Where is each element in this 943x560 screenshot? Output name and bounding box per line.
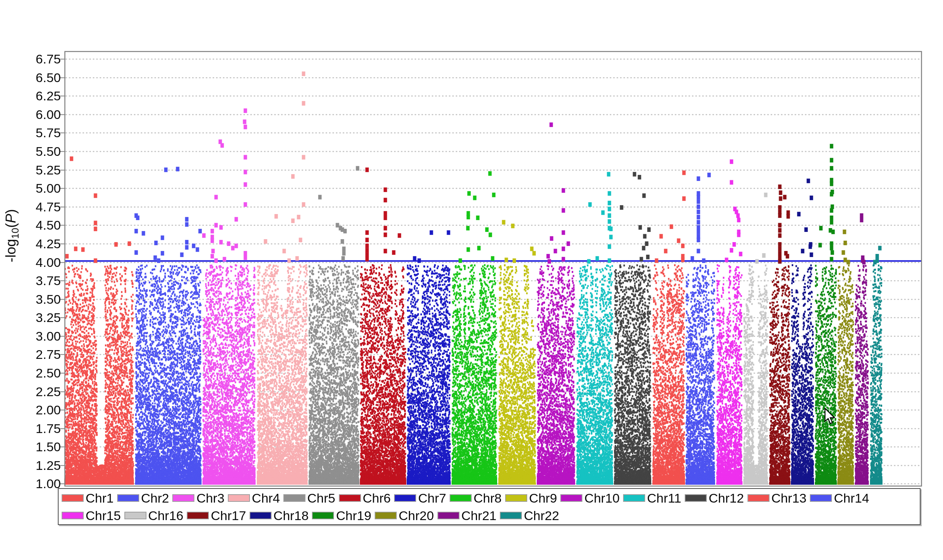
legend-swatch-chr2 bbox=[117, 494, 139, 502]
legend-swatch-chr17 bbox=[187, 512, 209, 519]
legend-swatch-chr7 bbox=[394, 494, 416, 502]
y-tick-label: 3.50 bbox=[17, 292, 61, 306]
legend-label-chr18: Chr18 bbox=[274, 508, 309, 523]
y-tick-label: 3.75 bbox=[17, 274, 61, 287]
manhattan-plot-figure: 6.756.506.256.005.755.505.255.004.754.50… bbox=[0, 0, 943, 560]
legend-swatch-chr3 bbox=[172, 494, 194, 502]
y-tick-label: 5.75 bbox=[17, 126, 61, 140]
y-tick-label: 5.50 bbox=[17, 144, 61, 158]
legend-box: Chr1Chr2Chr3Chr4Chr5Chr6Chr7Chr8Chr9Chr1… bbox=[58, 488, 921, 525]
y-tick-label: 1.75 bbox=[17, 422, 61, 435]
y-tick-label: 1.25 bbox=[17, 458, 61, 472]
legend-swatch-chr6 bbox=[339, 494, 361, 502]
legend-label-chr17: Chr17 bbox=[211, 508, 246, 523]
legend-item-chr13: Chr13 bbox=[747, 490, 807, 506]
y-tick-label: 2.75 bbox=[17, 347, 61, 361]
y-axis-title-prefix: -log bbox=[3, 239, 19, 262]
legend-label-chr6: Chr6 bbox=[363, 490, 391, 506]
legend-swatch-chr5 bbox=[283, 494, 305, 502]
legend-swatch-chr16 bbox=[124, 512, 146, 519]
legend-label-chr3: Chr3 bbox=[196, 490, 224, 506]
y-axis-title-paren-open: ( bbox=[3, 223, 19, 228]
legend-label-chr12: Chr12 bbox=[709, 490, 744, 506]
legend-label-chr5: Chr5 bbox=[307, 490, 336, 506]
legend-label-chr13: Chr13 bbox=[771, 490, 807, 506]
legend-item-chr7: Chr7 bbox=[394, 490, 446, 506]
legend-label-chr2: Chr2 bbox=[141, 490, 169, 506]
legend-label-chr1: Chr1 bbox=[86, 490, 114, 506]
legend-label-chr7: Chr7 bbox=[418, 490, 446, 506]
legend-item-chr19: Chr19 bbox=[312, 508, 371, 523]
legend-swatch-chr13 bbox=[747, 494, 770, 502]
y-tick-label: 4.25 bbox=[17, 237, 61, 251]
legend-swatch-chr15 bbox=[62, 512, 84, 519]
legend-item-chr18: Chr18 bbox=[250, 508, 309, 523]
y-tick-label: 6.50 bbox=[17, 71, 61, 84]
legend-label-chr21: Chr21 bbox=[461, 508, 497, 523]
legend-swatch-chr22 bbox=[500, 512, 522, 519]
legend-swatch-chr20 bbox=[375, 512, 397, 519]
y-tick-label: 1.50 bbox=[17, 440, 61, 454]
y-tick-label: 5.00 bbox=[17, 181, 61, 195]
y-tick-label: 6.25 bbox=[17, 89, 61, 103]
legend-item-chr9: Chr9 bbox=[505, 490, 557, 506]
y-tick-label: 2.00 bbox=[17, 403, 61, 417]
legend-item-chr12: Chr12 bbox=[685, 490, 744, 506]
legend-swatch-chr1 bbox=[62, 494, 84, 502]
legend-label-chr11: Chr11 bbox=[647, 490, 681, 506]
legend-item-chr8: Chr8 bbox=[450, 490, 502, 506]
y-tick-label: 2.50 bbox=[17, 366, 61, 380]
legend-label-chr16: Chr16 bbox=[148, 508, 184, 523]
legend-item-chr10: Chr10 bbox=[560, 490, 620, 506]
legend-row-1: Chr1Chr2Chr3Chr4Chr5Chr6Chr7Chr8Chr9Chr1… bbox=[62, 489, 920, 507]
legend-label-chr4: Chr4 bbox=[252, 490, 280, 506]
legend-swatch-chr10 bbox=[560, 494, 582, 502]
legend-swatch-chr9 bbox=[505, 494, 527, 502]
y-tick-label: 2.25 bbox=[17, 385, 61, 398]
y-axis-title-paren-close: ) bbox=[3, 209, 19, 214]
legend-item-chr16: Chr16 bbox=[124, 508, 184, 523]
legend-item-chr1: Chr1 bbox=[62, 490, 114, 506]
legend-swatch-chr8 bbox=[450, 494, 472, 502]
legend-item-chr20: Chr20 bbox=[375, 508, 434, 523]
legend-label-chr10: Chr10 bbox=[584, 490, 620, 506]
legend-label-chr19: Chr19 bbox=[336, 508, 371, 523]
y-tick-label: 6.75 bbox=[17, 52, 61, 66]
legend-swatch-chr19 bbox=[312, 512, 334, 519]
legend-swatch-chr21 bbox=[437, 512, 460, 519]
y-tick-label: 4.00 bbox=[17, 255, 61, 269]
y-tick-label: 6.00 bbox=[17, 108, 61, 121]
y-axis-title-subscript: 10 bbox=[10, 228, 21, 239]
legend-item-chr22: Chr22 bbox=[500, 508, 559, 523]
legend-item-chr6: Chr6 bbox=[339, 490, 391, 506]
legend-label-chr8: Chr8 bbox=[474, 490, 502, 506]
y-tick-label: 3.00 bbox=[17, 329, 61, 343]
plot-canvas[interactable] bbox=[0, 0, 943, 560]
y-tick-label: 4.50 bbox=[17, 218, 61, 232]
legend-item-chr3: Chr3 bbox=[172, 490, 224, 506]
legend-label-chr14: Chr14 bbox=[834, 490, 869, 506]
legend-swatch-chr14 bbox=[810, 494, 832, 502]
legend-label-chr22: Chr22 bbox=[524, 508, 559, 523]
legend-item-chr2: Chr2 bbox=[117, 490, 169, 506]
legend-item-chr11: Chr11 bbox=[623, 490, 681, 506]
y-axis-title-p: P bbox=[3, 214, 19, 223]
y-tick-label: 1.00 bbox=[17, 477, 61, 490]
legend-row-2: Chr15Chr16Chr17Chr18Chr19Chr20Chr21Chr22 bbox=[62, 507, 920, 524]
legend-label-chr20: Chr20 bbox=[399, 508, 434, 523]
legend-label-chr9: Chr9 bbox=[529, 490, 557, 506]
legend-swatch-chr18 bbox=[250, 512, 272, 519]
mouse-cursor bbox=[824, 408, 836, 427]
legend-item-chr5: Chr5 bbox=[283, 490, 336, 506]
y-tick-label: 3.25 bbox=[17, 311, 61, 324]
legend-item-chr15: Chr15 bbox=[62, 508, 121, 523]
legend-item-chr21: Chr21 bbox=[437, 508, 497, 523]
legend-item-chr17: Chr17 bbox=[187, 508, 246, 523]
y-axis-title: -log10(P) bbox=[3, 209, 21, 262]
y-tick-label: 4.75 bbox=[17, 200, 61, 214]
legend-swatch-chr12 bbox=[685, 494, 707, 502]
legend-label-chr15: Chr15 bbox=[86, 508, 121, 523]
legend-swatch-chr4 bbox=[228, 494, 250, 502]
legend-item-chr14: Chr14 bbox=[810, 490, 869, 506]
y-tick-label: 5.25 bbox=[17, 163, 61, 177]
